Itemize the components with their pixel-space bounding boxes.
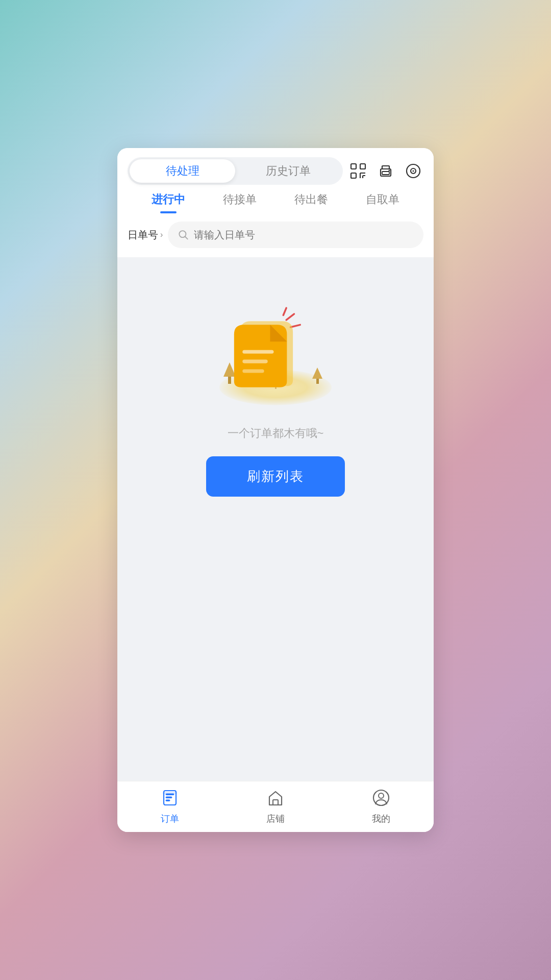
svg-point-29	[379, 793, 384, 798]
svg-point-9	[389, 170, 390, 172]
svg-line-17	[283, 308, 286, 315]
scan-icon-button[interactable]	[348, 161, 368, 181]
svg-line-14	[185, 236, 188, 239]
svg-point-12	[413, 170, 414, 172]
empty-illustration	[209, 288, 342, 410]
sub-tab-in-progress[interactable]: 进行中	[133, 192, 204, 213]
svg-line-15	[286, 314, 294, 320]
sub-tab-pending-accept[interactable]: 待接单	[204, 192, 276, 213]
svg-rect-8	[382, 172, 389, 175]
search-input-wrap	[168, 222, 423, 248]
main-tab-group: 待处理 历史订单	[128, 157, 343, 185]
svg-rect-20	[242, 360, 267, 363]
app-container: 待处理 历史订单	[117, 148, 434, 832]
svg-rect-24	[166, 797, 172, 798]
bottom-nav: 订单 店铺 我的	[117, 781, 434, 832]
refresh-button[interactable]: 刷新列表	[206, 456, 345, 497]
sub-tab-row: 进行中 待接单 待出餐 自取单	[117, 185, 434, 213]
top-card: 待处理 历史订单	[117, 148, 434, 257]
store-icon	[266, 789, 285, 810]
tab-pending[interactable]: 待处理	[130, 159, 235, 183]
svg-rect-19	[242, 350, 273, 354]
content-area: 一个订单都木有哦~ 刷新列表	[117, 257, 434, 781]
svg-rect-1	[360, 164, 365, 169]
search-input[interactable]	[194, 229, 413, 241]
svg-rect-26	[163, 792, 177, 794]
main-tab-row: 待处理 历史订单	[117, 148, 434, 185]
daily-order-link[interactable]: 日单号 ›	[128, 228, 163, 242]
doc-wrapper	[214, 303, 316, 407]
empty-state-svg	[214, 303, 316, 405]
print-icon-button[interactable]	[375, 161, 396, 181]
chevron-icon: ›	[160, 230, 163, 239]
nav-mine-label: 我的	[372, 813, 390, 825]
svg-rect-27	[273, 800, 278, 805]
sub-tab-self-pickup[interactable]: 自取单	[347, 192, 418, 213]
camera-icon-button[interactable]	[403, 161, 423, 181]
empty-message: 一个订单都木有哦~	[228, 426, 324, 441]
nav-order-label: 订单	[161, 813, 179, 825]
nav-item-store[interactable]: 店铺	[223, 781, 329, 832]
nav-item-order[interactable]: 订单	[117, 781, 223, 832]
search-row: 日单号 ›	[117, 213, 434, 257]
icon-group	[348, 161, 423, 181]
svg-rect-21	[242, 369, 264, 373]
order-icon	[161, 789, 179, 810]
svg-rect-0	[351, 164, 356, 169]
sub-tab-pending-serve[interactable]: 待出餐	[276, 192, 347, 213]
mine-icon	[372, 789, 390, 810]
tab-history[interactable]: 历史订单	[235, 159, 341, 183]
nav-store-label: 店铺	[266, 813, 285, 825]
nav-item-mine[interactable]: 我的	[328, 781, 434, 832]
svg-rect-25	[166, 800, 170, 801]
svg-rect-2	[351, 173, 356, 178]
search-icon	[178, 229, 189, 240]
